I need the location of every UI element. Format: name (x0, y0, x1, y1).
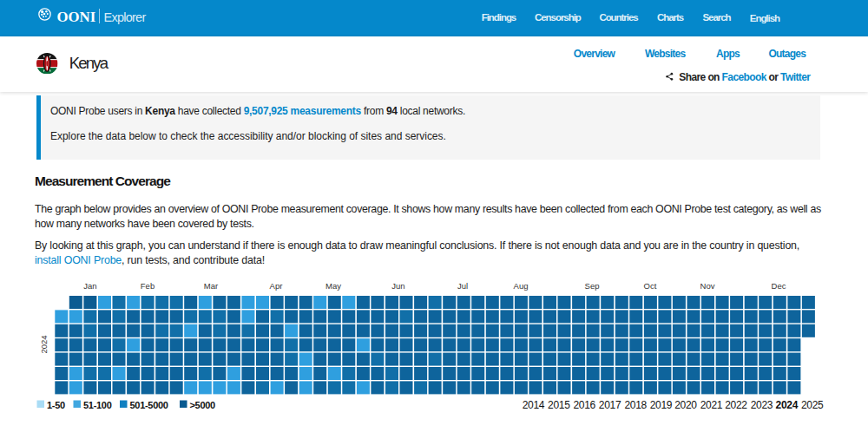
svg-text:51-100: 51-100 (83, 400, 112, 410)
svg-text:Aug: Aug (514, 281, 529, 291)
svg-text:2025: 2025 (801, 399, 824, 411)
svg-text:2014: 2014 (523, 399, 545, 411)
svg-text:501-5000: 501-5000 (130, 400, 168, 410)
svg-text:Oct: Oct (644, 281, 657, 291)
svg-text:2022: 2022 (725, 399, 747, 411)
svg-text:2020: 2020 (674, 399, 697, 411)
svg-text:Feb: Feb (141, 281, 155, 291)
svg-text:2023: 2023 (751, 399, 773, 411)
svg-text:May: May (326, 281, 341, 291)
svg-text:Jul: Jul (457, 281, 468, 291)
svg-text:2016: 2016 (573, 399, 595, 411)
svg-text:2015: 2015 (548, 399, 570, 411)
svg-text:Jan: Jan (83, 281, 96, 291)
svg-text:1-50: 1-50 (47, 400, 65, 410)
svg-text:Apr: Apr (270, 281, 283, 291)
svg-text:2024: 2024 (776, 399, 799, 411)
svg-text:2018: 2018 (624, 399, 647, 411)
svg-text:Nov: Nov (700, 281, 715, 291)
svg-text:Dec: Dec (772, 281, 786, 291)
svg-text:Jun: Jun (391, 281, 404, 291)
svg-text:2019: 2019 (650, 399, 673, 411)
svg-text:>5000: >5000 (190, 400, 216, 410)
svg-text:2017: 2017 (599, 399, 621, 411)
svg-text:Mar: Mar (204, 281, 218, 291)
svg-text:2024: 2024 (39, 335, 49, 353)
svg-text:Sep: Sep (585, 281, 600, 291)
svg-text:2021: 2021 (700, 399, 723, 411)
